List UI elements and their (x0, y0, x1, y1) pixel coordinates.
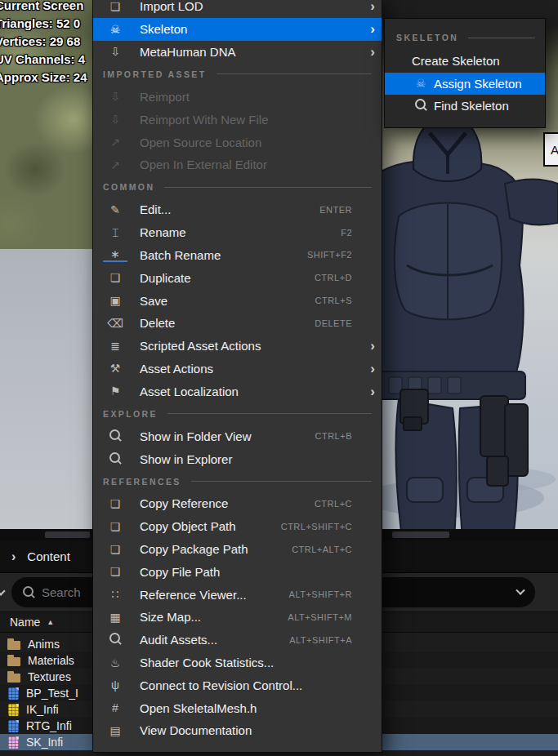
section-header-label: EXPLORE (103, 409, 158, 419)
folder-icon (7, 641, 20, 650)
assign-skeleton-icon: ☠ (411, 78, 431, 89)
section-header-explore: EXPLORE (93, 402, 382, 425)
search-options-chevron-icon[interactable] (516, 585, 525, 594)
menu-item-duplicate[interactable]: ❏DuplicateCTRL+D (93, 266, 382, 289)
menu-item-show-in-folder-view[interactable]: Show in Folder ViewCTRL+B (93, 425, 382, 447)
find-skeleton-icon (415, 99, 427, 111)
menu-item-import-lod[interactable]: ❏Import LOD› (93, 0, 382, 18)
list-item-label: SK_Infi (26, 736, 63, 749)
stat-line: UV Channels: 4 (0, 51, 87, 69)
menu-item-label: Save (140, 294, 315, 308)
stat-line: Triangles: 52 0 (0, 15, 87, 33)
menu-item-label: Asset Localization (140, 385, 352, 398)
viewport-left: Current ScreenTriangles: 52 0Vertices: 2… (0, 0, 92, 529)
menu-item-shortcut: ENTER (319, 205, 352, 215)
menu-item-reference-viewer[interactable]: ∷Reference Viewer...ALT+SHIFT+R (93, 583, 382, 606)
scripted-asset-actions-icon: ≣ (103, 340, 127, 352)
menu-item-skeleton[interactable]: ☠Skeleton› (93, 18, 382, 41)
menu-item-edit[interactable]: ✎Edit...ENTER (93, 198, 382, 221)
menu-item-show-in-explorer[interactable]: Show in Explorer (93, 447, 382, 470)
menu-item-copy-object-path[interactable]: ❏Copy Object PathCTRL+SHIFT+C (93, 515, 382, 538)
header-divider (468, 38, 535, 38)
menu-item-open-source-location[interactable]: ↗Open Source Location (93, 131, 382, 153)
menu-item-shortcut: ALT+SHIFT+M (288, 612, 352, 622)
section-header-label: REFERENCES (103, 477, 181, 487)
unreal-editor-window: Current ScreenTriangles: 52 0Vertices: 2… (0, 0, 558, 756)
breadcrumb[interactable]: Content (27, 549, 70, 563)
show-in-folder-view-icon (109, 429, 122, 442)
find-skeleton-icon (411, 99, 431, 113)
shader-cook-statistics-icon: ♨ (103, 657, 127, 669)
menu-item-open-skeletalmesh-h[interactable]: #Open SkeletalMesh.h (93, 696, 382, 719)
sources-panel-chevron-icon[interactable] (0, 586, 6, 595)
menu-item-delete[interactable]: ⌫DeleteDELETE (93, 312, 382, 335)
menu-item-label: Rename (140, 225, 341, 239)
connect-to-revision-control-icon: ψ (103, 679, 127, 691)
menu-item-rename[interactable]: ⌶RenameF2 (93, 221, 382, 244)
menu-item-label: Batch Rename (140, 248, 307, 262)
menu-item-save[interactable]: ▣SaveCTRL+S (93, 289, 382, 312)
context-menu: ❏Import LOD›☠Skeleton›⇩MetaHuman DNA›IMP… (92, 0, 382, 753)
menu-item-asset-localization[interactable]: ⚑Asset Localization› (93, 380, 382, 402)
menu-item-audit-assets[interactable]: Audit Assets...ALT+SHIFT+A (93, 629, 382, 651)
menu-item-batch-rename[interactable]: ∗Batch RenameSHIFT+F2 (93, 244, 382, 267)
menu-item-size-map[interactable]: ▦Size Map...ALT+SHIFT+M (93, 606, 382, 629)
menu-item-connect-to-revision-control[interactable]: ψConnect to Revision Control... (93, 674, 382, 696)
menu-item-copy-file-path[interactable]: ❏Copy File Path (93, 560, 382, 583)
menu-item-shortcut: ALT+SHIFT+A (289, 635, 352, 645)
asset-localization-icon: ⚑ (103, 385, 127, 397)
menu-item-asset-actions[interactable]: ⚒Asset Actions› (93, 358, 382, 380)
header-divider (217, 73, 372, 74)
asset-icon (8, 720, 19, 732)
menu-item-label: Open In External Editor (140, 158, 352, 171)
menu-item-label: MetaHuman DNA (140, 45, 352, 59)
menu-item-scripted-asset-actions[interactable]: ≣Scripted Asset Actions› (93, 335, 382, 358)
menu-item-shortcut: CTRL+D (315, 273, 352, 282)
menu-item-shortcut: CTRL+C (315, 499, 352, 509)
tooltip-text: A (551, 143, 558, 157)
menu-item-label: Copy Reference (140, 496, 315, 510)
delete-icon: ⌫ (103, 318, 127, 329)
menu-item-shortcut: ALT+SHIFT+R (289, 589, 352, 599)
list-item-label: Materials (28, 654, 74, 667)
folder-icon (7, 674, 20, 683)
copy-reference-icon: ❏ (103, 498, 127, 509)
menu-item-view-documentation[interactable]: ▤View Documentation (93, 719, 382, 742)
skeleton-icon: ☠ (103, 24, 127, 35)
menu-item-reimport[interactable]: ⇩Reimport (93, 86, 382, 109)
menu-item-metahuman-dna[interactable]: ⇩MetaHuman DNA› (93, 41, 382, 64)
submenu-section-header: SKELETON (385, 25, 545, 50)
menu-item-label: Show in Explorer (140, 452, 352, 466)
submenu-item-assign-skeleton[interactable]: ☠Assign Skeleton (385, 73, 545, 96)
menu-item-shortcut: CTRL+ALT+C (292, 545, 352, 554)
asset-icon (8, 687, 19, 700)
section-header-label: IMPORTED ASSET (103, 69, 207, 79)
reimport-with-new-file-icon: ⇩ (103, 113, 127, 125)
menu-item-copy-package-path[interactable]: ❏Copy Package PathCTRL+ALT+C (93, 538, 382, 561)
stat-line: Vertices: 29 68 (0, 33, 87, 51)
menu-item-label: Open SkeletalMesh.h (140, 701, 352, 715)
name-column-header[interactable]: Name (10, 616, 40, 629)
character-model (382, 127, 558, 529)
open-source-location-icon: ↗ (103, 136, 127, 148)
menu-item-shader-cook-statistics[interactable]: ♨Shader Cook Statistics... (93, 651, 382, 674)
audit-assets-icon (103, 633, 127, 647)
menu-item-label: Reimport With New File (140, 113, 352, 127)
submenu-item-find-skeleton[interactable]: Find Skeleton (385, 95, 545, 118)
menu-item-label: Shader Cook Statistics... (140, 656, 352, 669)
tooltip-popup: A (543, 132, 558, 167)
sort-asc-icon: ▲ (47, 618, 54, 626)
open-skeletalmesh-h-icon: # (103, 702, 127, 714)
copy-object-path-icon: ❏ (103, 521, 127, 532)
menu-item-copy-reference[interactable]: ❏Copy ReferenceCTRL+C (93, 492, 382, 515)
menu-item-open-in-external-editor[interactable]: ↗Open In External Editor (93, 153, 382, 176)
menu-item-label: Show in Folder View (140, 429, 315, 443)
header-divider (164, 187, 372, 188)
dock-tab (45, 531, 90, 538)
section-header-common: COMMON (93, 176, 382, 198)
menu-item-label: Copy File Path (140, 565, 352, 579)
reference-viewer-icon: ∷ (103, 589, 127, 600)
menu-item-reimport-with-new-file[interactable]: ⇩Reimport With New File (93, 108, 382, 131)
submenu-item-create-skeleton[interactable]: Create Skeleton (385, 50, 545, 73)
breadcrumb-chevron-icon[interactable]: › (11, 549, 16, 564)
